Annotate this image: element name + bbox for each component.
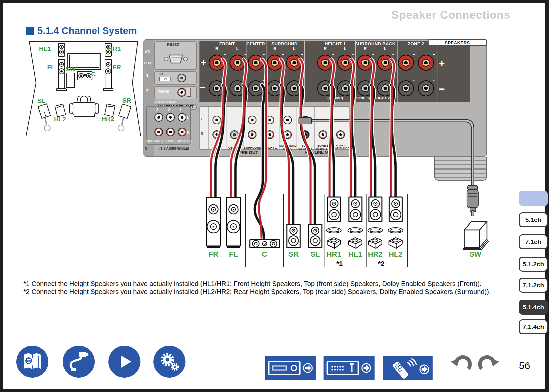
binding-post-positive	[357, 55, 373, 71]
preout-separator	[297, 107, 297, 149]
binding-post-negative	[229, 80, 245, 96]
rca-jack	[166, 128, 175, 136]
room-speaker-hr2	[105, 104, 115, 116]
terminal-group-height1: HEIGHT 1	[315, 41, 355, 46]
tab-blank[interactable]	[519, 191, 548, 206]
playback-button[interactable]	[108, 346, 140, 378]
input-l-label: L	[187, 115, 189, 120]
page-number: 56	[519, 360, 530, 371]
tab-7-1-2ch[interactable]: 7.1.2ch	[519, 278, 548, 293]
setup-button[interactable]	[153, 346, 185, 378]
preout-col-center: CENTER	[228, 146, 240, 149]
preout-col-height1: HEIGHT 1	[263, 146, 277, 149]
tab-5-1-4ch[interactable]: 5.1.4ch	[519, 300, 548, 315]
tab-5-1-2ch[interactable]: 5.1.2ch	[519, 257, 548, 272]
speaker-hr2-ceiling	[367, 227, 383, 234]
trigger-main-label: (MAIN)	[157, 89, 169, 93]
rear-panel-button[interactable]	[324, 356, 375, 380]
tab-5-1ch[interactable]: 5.1ch	[519, 212, 548, 227]
terminal-group-zone2: ZONE 2	[396, 41, 436, 46]
binding-post-positive	[317, 55, 333, 71]
label-fl: FL	[222, 250, 245, 259]
connections-button[interactable]	[63, 346, 95, 378]
footnote-line-2: *2 Connect the Height Speakers you have …	[23, 288, 491, 296]
undo-button[interactable]	[450, 355, 472, 373]
preout-l-label: L	[201, 117, 203, 121]
speaker-group-divider	[245, 194, 246, 267]
binding-post-positive	[337, 55, 353, 71]
preout-col-sub-1: SUB-	[297, 144, 314, 147]
room-speaker-hl1	[58, 43, 65, 56]
speaker-hl2-bookshelf	[389, 196, 403, 222]
rca-jack	[154, 128, 163, 136]
preout-separator	[243, 107, 244, 149]
speaker-hr2-bookshelf	[368, 196, 383, 222]
room-speaker-hl2	[55, 104, 65, 117]
preout-col-sb-2: BACK	[279, 147, 296, 151]
rca-jack	[265, 130, 274, 139]
label-hr2: HR2	[364, 250, 387, 259]
game-label: (GAME)	[165, 139, 176, 143]
rca-jack	[230, 130, 239, 139]
play-icon	[113, 351, 135, 373]
speaker-fr	[206, 197, 221, 249]
tab-7-1ch[interactable]: 7.1ch	[519, 234, 548, 249]
tab-7-1-4ch[interactable]: 7.1.4ch	[519, 319, 548, 334]
speaker-hr2-dolby	[368, 237, 383, 249]
trigger-assignable-label: (ASSIGNABLE)	[155, 100, 176, 103]
book-search-icon	[21, 351, 43, 373]
speaker-hl2-dolby	[388, 237, 403, 249]
room-label-hr1: HR1	[104, 45, 124, 53]
terminal-separator	[304, 41, 305, 102]
option-separator	[388, 235, 403, 235]
terminal-group-surround-back: SURROUND BACK	[352, 41, 399, 46]
remote-control-icon	[383, 356, 433, 380]
assignable16-label: (1-6 ASSIGNABLE)	[159, 147, 189, 150]
front-panel-button[interactable]	[265, 356, 316, 380]
room-label-hl2: HL2	[50, 116, 70, 123]
redo-button[interactable]	[478, 355, 500, 373]
speaker-c	[249, 239, 280, 248]
option-separator	[327, 225, 341, 225]
terminal-separator	[266, 41, 266, 102]
room-label-fr: FR	[107, 64, 127, 71]
preout-separator	[208, 107, 209, 149]
rca-jack	[336, 130, 345, 139]
binding-post-positive	[377, 55, 393, 71]
terminal-height1-r: R	[322, 46, 329, 51]
preout-label: PRE OUT	[239, 150, 258, 155]
preout-col-zone2-1: ZONE 2	[332, 144, 349, 147]
trigger-number-2: 2	[146, 88, 149, 93]
cutoff-paren: )	[146, 139, 147, 143]
rca-jack	[283, 130, 292, 139]
terminal-height1-l: L	[342, 46, 349, 51]
preout-r-label: R	[201, 132, 203, 136]
redo-icon	[478, 355, 500, 372]
remote-button[interactable]	[383, 356, 433, 380]
terminal-separator	[355, 41, 356, 102]
ir-in-jack	[177, 74, 186, 82]
rca-jack	[166, 113, 175, 122]
rca-jack	[301, 116, 310, 124]
cable-icon	[68, 351, 90, 373]
trigger-number-1: 1	[146, 73, 149, 78]
preout-separator	[314, 107, 315, 149]
ir-label: IR	[159, 72, 163, 76]
manual-search-button[interactable]	[16, 346, 48, 378]
preout-col-zone2-2: ZONE B/LINE OUT	[332, 147, 349, 150]
rs232-connector-icon	[163, 53, 188, 65]
rca-jack	[283, 116, 292, 124]
cblsat-label: (CBL/SAT)	[148, 139, 163, 143]
preout-col-sb-1: SURROUND	[279, 144, 296, 147]
room-label-fl: FL	[41, 64, 61, 71]
room-label-sl: SL	[32, 97, 52, 105]
terminal-sb-r: R	[362, 46, 369, 51]
preline-out-label: PRE/LINE OUT	[305, 150, 333, 155]
binding-post-negative	[418, 80, 434, 96]
terminal-front-l: L	[234, 46, 241, 51]
binding-post-positive	[229, 55, 245, 71]
binding-post-positive	[418, 55, 434, 71]
preout-separator	[226, 107, 226, 149]
room-label-sw: SW	[61, 66, 81, 73]
option-separator	[327, 235, 341, 235]
